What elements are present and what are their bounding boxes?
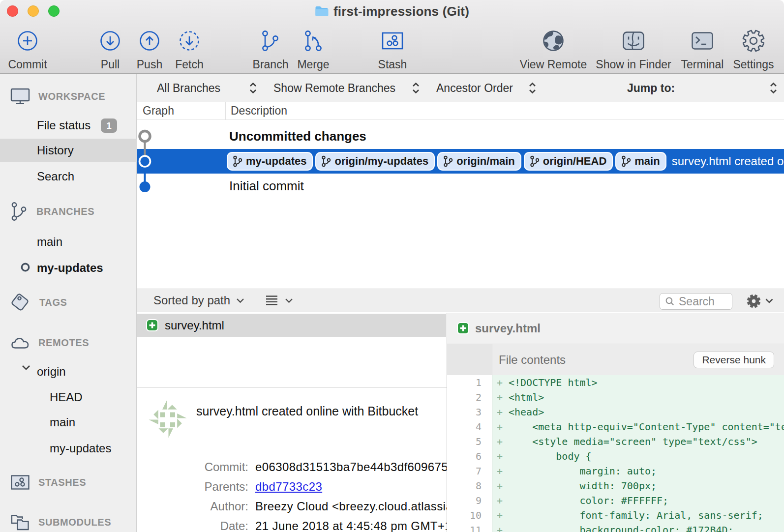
branches-filter-dropdown[interactable]: All Branches bbox=[157, 74, 220, 102]
order-filter-dropdown[interactable]: Ancestor Order bbox=[436, 74, 513, 102]
updown-chevron-icon[interactable] bbox=[528, 82, 537, 94]
stashes-icon bbox=[10, 474, 30, 490]
commit-icon bbox=[17, 29, 38, 53]
origin-expand-chevron-icon[interactable] bbox=[21, 364, 31, 371]
commit-message-cell: survey.html created online with Bitbucke… bbox=[672, 154, 784, 168]
diff-code: <head> bbox=[509, 406, 544, 418]
window-title: first-impressions (Git) bbox=[333, 4, 469, 19]
history-table-header: Graph Description bbox=[137, 102, 784, 120]
diff-line-content: + <style media="screen" type="text/css"> bbox=[492, 434, 784, 449]
commit-date: 21 June 2018 at 4:45:48 pm GMT+10 bbox=[255, 519, 447, 532]
section-label: STASHES bbox=[38, 477, 86, 488]
sidebar-item-remote-main[interactable]: main bbox=[50, 415, 75, 429]
sidebar-item-search[interactable]: Search bbox=[37, 170, 74, 183]
added-marker: + bbox=[492, 493, 509, 508]
updown-chevron-icon[interactable] bbox=[412, 82, 420, 94]
column-header-description[interactable]: Description bbox=[225, 102, 422, 120]
history-row-selected[interactable]: my-updates origin/my-updates origin/main… bbox=[137, 149, 784, 174]
diff-file-header: survey.html bbox=[447, 313, 784, 344]
branches-icon bbox=[10, 202, 28, 221]
stash-icon bbox=[381, 29, 404, 53]
added-marker: + bbox=[492, 523, 509, 532]
sidebar-item-remote-origin[interactable]: origin bbox=[37, 365, 66, 379]
show-in-finder-button[interactable]: Show in Finder bbox=[597, 29, 670, 71]
chevron-down-icon[interactable] bbox=[765, 298, 774, 304]
workspace-icon bbox=[10, 88, 30, 105]
diff-line: 8+ width: 700px; bbox=[447, 478, 784, 493]
file-row-survey[interactable]: survey.html bbox=[137, 314, 446, 337]
parents-label: Parents: bbox=[137, 480, 248, 494]
window-chrome: first-impressions (Git) Commit Pull Push bbox=[0, 0, 784, 74]
updown-chevron-icon[interactable] bbox=[249, 82, 257, 94]
submodules-icon bbox=[10, 513, 30, 531]
file-status-badge: 1 bbox=[101, 118, 117, 133]
view-options-icon[interactable] bbox=[266, 295, 278, 306]
sidebar: WORKSPACE File status 1 History Search B… bbox=[0, 74, 137, 532]
commit-details-panel: survey.html created online with Bitbucke… bbox=[137, 387, 447, 532]
sidebar-item-remote-my-updates[interactable]: my-updates bbox=[50, 442, 111, 455]
search-placeholder: Search bbox=[679, 295, 715, 308]
reverse-hunk-button[interactable]: Reverse hunk bbox=[694, 352, 774, 368]
fetch-button[interactable]: Fetch bbox=[152, 29, 226, 71]
settings-button[interactable]: Settings bbox=[717, 29, 784, 71]
history-row-uncommitted[interactable]: Uncommitted changes bbox=[137, 124, 784, 148]
globe-icon bbox=[542, 29, 565, 53]
merge-button[interactable]: Merge bbox=[276, 29, 350, 71]
line-number: 1 bbox=[447, 375, 482, 390]
line-number: 11 bbox=[447, 523, 482, 532]
file-list-toolbar: Sorted by path Search bbox=[137, 289, 784, 312]
line-number: 7 bbox=[447, 464, 482, 478]
view-remote-button[interactable]: View Remote bbox=[516, 29, 590, 71]
sort-dropdown[interactable]: Sorted by path bbox=[153, 294, 230, 307]
ref-label: origin/my-updates bbox=[334, 155, 428, 168]
added-marker: + bbox=[492, 508, 509, 523]
commit-parents-row: Parents: dbd7733c23 bbox=[137, 480, 447, 494]
diff-code: width: 700px; bbox=[509, 480, 657, 492]
ref-pill-origin-my-updates: origin/my-updates bbox=[315, 152, 435, 171]
line-number: 6 bbox=[447, 449, 482, 464]
sidebar-item-remote-head[interactable]: HEAD bbox=[50, 390, 83, 404]
jump-to-dropdown[interactable]: Jump to: bbox=[627, 74, 675, 102]
updown-chevron-icon[interactable] bbox=[769, 82, 778, 94]
search-input[interactable]: Search bbox=[660, 293, 732, 310]
ref-pill-my-updates: my-updates bbox=[227, 152, 313, 171]
file-added-icon bbox=[146, 319, 158, 331]
sidebar-item-history[interactable]: History bbox=[37, 144, 74, 157]
section-label: TAGS bbox=[39, 297, 67, 308]
ref-pill-main: main bbox=[615, 152, 666, 171]
diff-line: 9+ color: #FFFFFF; bbox=[447, 493, 784, 508]
sidebar-item-branch-main[interactable]: main bbox=[37, 235, 62, 249]
diff-line-content: + background-color: #172B4D; bbox=[492, 523, 784, 532]
parent-commit-link[interactable]: dbd7733c23 bbox=[255, 480, 322, 494]
line-number: 8 bbox=[447, 478, 482, 493]
commit-author-row: Author: Breezy Cloud <breezy.cloud.atlas… bbox=[137, 500, 447, 513]
current-branch-icon bbox=[20, 262, 30, 272]
column-header-graph[interactable]: Graph bbox=[143, 102, 174, 120]
diff-code: body { bbox=[509, 450, 592, 462]
added-marker: + bbox=[492, 375, 509, 390]
diff-line: 2+<html> bbox=[447, 390, 784, 405]
stash-button[interactable]: Stash bbox=[356, 29, 429, 71]
diff-panel: survey.html File contents Reverse hunk 1… bbox=[447, 313, 784, 532]
history-row-initial-commit[interactable]: Initial commit bbox=[137, 174, 784, 198]
toolbar-button-label: Settings bbox=[733, 58, 774, 71]
diff-options-gear-icon[interactable] bbox=[747, 294, 761, 308]
commit-avatar bbox=[146, 397, 190, 441]
diff-line: 3+<head> bbox=[447, 405, 784, 419]
commit-hash-row: Commit: e06308d31513ba7be44b3df609675a4b… bbox=[137, 460, 447, 474]
ref-pill-origin-main: origin/main bbox=[437, 152, 521, 171]
ref-pill-origin-head: origin/HEAD bbox=[524, 152, 613, 171]
section-label: REMOTES bbox=[38, 337, 89, 349]
added-marker: + bbox=[492, 405, 509, 419]
section-label: SUBMODULES bbox=[38, 517, 111, 528]
commit-author: Breezy Cloud <breezy.cloud.atlassian@gma… bbox=[255, 500, 447, 513]
history-rows: Uncommitted changes my-updates origin/my… bbox=[137, 120, 784, 288]
diff-line-content: +<head> bbox=[492, 405, 784, 419]
commit-button[interactable]: Commit bbox=[0, 29, 64, 71]
remote-branches-filter-dropdown[interactable]: Show Remote Branches bbox=[273, 74, 395, 102]
sidebar-section-tags: TAGS bbox=[10, 294, 67, 311]
sidebar-item-branch-my-updates[interactable]: my-updates bbox=[37, 261, 103, 275]
line-number: 2 bbox=[447, 390, 482, 405]
section-label: WORKSPACE bbox=[38, 91, 105, 102]
sidebar-item-file-status[interactable]: File status bbox=[37, 118, 90, 132]
